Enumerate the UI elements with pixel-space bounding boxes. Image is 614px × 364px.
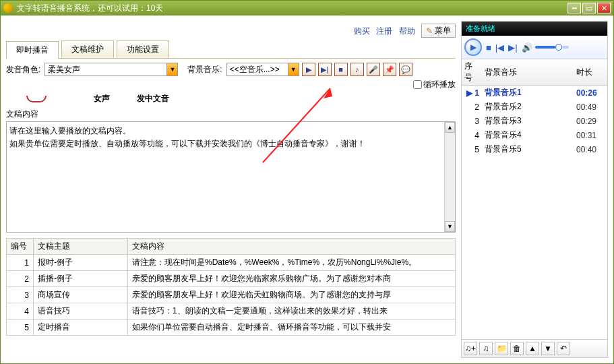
voice-combo[interactable]: ▼ (44, 63, 178, 76)
loop-checkbox[interactable]: 循环播放 (413, 79, 456, 90)
playlist-row[interactable]: 5背景音乐500:40 (462, 142, 607, 156)
maximize-button[interactable]: ▭ (582, 3, 596, 13)
loop-check-input[interactable] (413, 80, 422, 89)
bg-combo[interactable]: ▼ (226, 63, 299, 76)
voice-type: 女声 (94, 93, 110, 104)
scroll-down-icon[interactable]: ▼ (445, 221, 455, 232)
pl-folder-button[interactable]: 📁 (495, 342, 508, 355)
playlist: 序号 背景音乐 时长 ▶ 1背景音乐100:262背景音乐200:493背景音乐… (462, 59, 607, 339)
pl-col-name[interactable]: 背景音乐 (482, 59, 574, 86)
register-link[interactable]: 注册 (376, 26, 392, 36)
top-links: 购买 注册 帮助 ✎ 菜单 (6, 21, 456, 40)
voice-lang: 发中文音 (137, 93, 169, 104)
player-play-button[interactable]: ▶ (464, 38, 482, 56)
left-pane: 购买 注册 帮助 ✎ 菜单 即时播音文稿维护功能设置 发音角色: ▼ 背景音乐: (6, 21, 456, 358)
voice-label: 发音角色: (6, 64, 40, 75)
table-row[interactable]: 2插播-例子亲爱的顾客朋友早上好！欢迎您光临家家乐购物广场。为了感谢您对本商 (7, 271, 456, 287)
pl-down-button[interactable]: ▼ (541, 342, 555, 355)
content-textarea[interactable] (7, 122, 444, 230)
textarea-scrollbar[interactable]: ▲ ▼ (444, 122, 455, 232)
pl-col-dur[interactable]: 时长 (574, 59, 607, 86)
buy-link[interactable]: 购买 (354, 26, 370, 36)
window-title: 文字转语音播音系统，还可以试用：10天 (17, 3, 567, 14)
player: 准备就绪 ▶ ■ |◀ ▶| 🔊 (462, 22, 607, 59)
app-icon (3, 3, 13, 13)
volume-icon[interactable]: 🔊 (522, 42, 532, 53)
table-row[interactable]: 4语音技巧语音技巧：1、朗读的文稿一定要通顺，这样读出来的效果才好，转出来 (7, 303, 456, 320)
pl-delete-button[interactable]: 🗑 (510, 342, 524, 355)
scroll-up-icon[interactable]: ▲ (445, 122, 455, 133)
stop-button[interactable]: ■ (334, 63, 348, 76)
bg-label: 背景音乐: (187, 64, 222, 75)
player-next-button[interactable]: ▶| (508, 42, 517, 53)
app-window: 文字转语音播音系统，还可以试用：10天 ━ ▭ ✕ 购买 注册 帮助 ✎ 菜单 … (0, 0, 614, 364)
help-link[interactable]: 帮助 (399, 26, 415, 36)
col-num[interactable]: 编号 (7, 239, 34, 255)
col-content[interactable]: 文稿内容 (128, 239, 456, 255)
bubble-button[interactable]: 💬 (399, 63, 412, 76)
titlebar: 文字转语音播音系统，还可以试用：10天 ━ ▭ ✕ (1, 1, 613, 16)
pencil-icon: ✎ (426, 26, 433, 36)
pl-col-num[interactable]: 序号 (462, 59, 482, 86)
playlist-toolbar: ♫+ ♫ 📁 🗑 ▲ ▼ ↶ (462, 339, 607, 357)
pl-music-button[interactable]: ♫ (479, 342, 493, 355)
volume-control[interactable]: 🔊 (522, 42, 569, 53)
toolbar: 发音角色: ▼ 背景音乐: ▼ ▶ ▶| ■ ♪ 🎤 📌 💬 (6, 59, 456, 92)
pl-up-button[interactable]: ▲ (526, 342, 539, 355)
lips-icon (26, 96, 47, 102)
table-row[interactable]: 5定时播音如果你们单位需要自动播音、定时播音、循环播音等功能，可以下载并安 (7, 320, 456, 336)
player-controls: ▶ ■ |◀ ▶| 🔊 (462, 36, 607, 59)
script-table: 编号 文稿主题 文稿内容 1报时-例子请注意：现在时间是%Date%，%Week… (6, 238, 456, 336)
content-textarea-wrap: ▲ ▼ (6, 121, 456, 233)
content-label: 文稿内容 (6, 109, 456, 120)
music-button[interactable]: ♪ (350, 63, 364, 76)
playlist-row[interactable]: 2背景音乐200:49 (462, 100, 607, 114)
tab-0[interactable]: 即时播音 (6, 41, 59, 59)
pl-add-music-button[interactable]: ♫+ (464, 342, 477, 355)
menu-button[interactable]: ✎ 菜单 (421, 24, 456, 38)
mic-button[interactable]: 🎤 (367, 63, 380, 76)
playlist-row[interactable]: 3背景音乐300:29 (462, 114, 607, 128)
pl-undo-button[interactable]: ↶ (557, 342, 570, 355)
tabs: 即时播音文稿维护功能设置 (6, 40, 456, 59)
pin-button[interactable]: 📌 (383, 63, 396, 76)
volume-slider[interactable] (535, 46, 569, 49)
tab-2[interactable]: 功能设置 (117, 40, 169, 58)
close-button[interactable]: ✕ (597, 3, 611, 13)
player-status: 准备就绪 (462, 22, 607, 36)
prev-track-button[interactable]: ▶| (318, 63, 332, 76)
table-row[interactable]: 3商场宣传亲爱的顾客朋友早上好！欢迎光临天虹购物商场。为了感谢您的支持与厚 (7, 287, 456, 303)
right-pane: 准备就绪 ▶ ■ |◀ ▶| 🔊 序号 (461, 21, 608, 358)
voice-dropdown-icon[interactable]: ▼ (166, 63, 177, 75)
voice-input[interactable] (45, 63, 166, 75)
play-button[interactable]: ▶ (302, 63, 315, 76)
voice-info-row: 女声 发中文音 (6, 92, 456, 107)
bg-dropdown-icon[interactable]: ▼ (288, 63, 299, 75)
player-prev-button[interactable]: |◀ (495, 42, 504, 53)
player-stop-button[interactable]: ■ (486, 42, 491, 53)
minimize-button[interactable]: ━ (567, 3, 581, 13)
tab-1[interactable]: 文稿维护 (61, 40, 114, 58)
table-row[interactable]: 1报时-例子请注意：现在时间是%Date%，%Week%，%Time%，农历%N… (7, 255, 456, 271)
playlist-row[interactable]: ▶ 1背景音乐100:26 (462, 86, 607, 100)
bg-input[interactable] (227, 63, 288, 75)
playlist-row[interactable]: 4背景音乐400:31 (462, 128, 607, 142)
col-topic[interactable]: 文稿主题 (34, 239, 128, 255)
